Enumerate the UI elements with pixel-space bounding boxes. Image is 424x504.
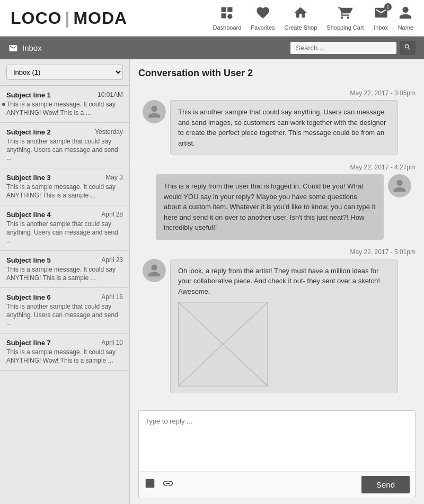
bubble-2: This is a reply from the user that is lo… bbox=[156, 174, 384, 240]
search-button[interactable] bbox=[400, 41, 416, 55]
avatar-2 bbox=[388, 174, 411, 197]
list-item[interactable]: Subject line 2 Yesterday This is another… bbox=[0, 123, 129, 168]
attached-image bbox=[178, 302, 268, 386]
conversation-panel: Conversation with User 2 May 22, 2017 - … bbox=[130, 59, 424, 504]
msg-preview: This is a sample message. It could say A… bbox=[6, 183, 123, 200]
list-item[interactable]: Subject line 1 10:01AM This is a sample … bbox=[0, 86, 129, 123]
top-header: LOCO|MODA Dashboard Favorites Create Sho… bbox=[0, 0, 424, 37]
timestamp-3: May 22, 2017 - 5:01pm bbox=[138, 248, 416, 256]
logo-part1: LOCO bbox=[11, 8, 61, 28]
msg-subject: Subject line 3 bbox=[6, 174, 51, 182]
search-input[interactable] bbox=[290, 42, 396, 54]
unread-dot bbox=[2, 103, 5, 106]
list-item[interactable]: Subject line 7 April 10 This is a sample… bbox=[0, 334, 129, 371]
search-icon bbox=[404, 43, 411, 51]
inbox-bar-label: Inbox bbox=[8, 43, 42, 53]
inbox-dropdown[interactable]: Inbox (1) Sent Archived bbox=[6, 65, 123, 80]
msg-time: April 16 bbox=[101, 293, 123, 301]
msg-preview: This is another sample that could say an… bbox=[6, 220, 123, 245]
reply-area: Send bbox=[138, 410, 416, 498]
bubble-row-3: Oh look, a reply from the artist! They m… bbox=[138, 259, 416, 394]
bubble-1: This is another sample that could say an… bbox=[170, 100, 398, 155]
msg-time: Yesterday bbox=[95, 128, 123, 136]
nav-shopping-cart[interactable]: Shopping Cart bbox=[326, 5, 364, 31]
nav-dashboard-label: Dashboard bbox=[213, 24, 241, 31]
nav-inbox[interactable]: 1 Inbox bbox=[374, 5, 388, 31]
bubble-3: Oh look, a reply from the artist! They m… bbox=[170, 259, 398, 394]
logo-part2: MODA bbox=[73, 8, 127, 28]
reply-icons bbox=[144, 478, 174, 492]
shopping-cart-icon bbox=[338, 5, 352, 23]
nav-dashboard[interactable]: Dashboard bbox=[213, 5, 241, 31]
sidebar: Inbox (1) Sent Archived Subject line 1 1… bbox=[0, 59, 130, 504]
sidebar-header: Inbox (1) Sent Archived bbox=[0, 59, 129, 86]
nav-create-shop[interactable]: Create Shop bbox=[285, 5, 317, 31]
bubble-row-1: This is another sample that could say an… bbox=[138, 100, 416, 155]
inbox-bar-icon bbox=[8, 43, 18, 53]
attach-image-icon[interactable] bbox=[144, 478, 156, 492]
inbox-badge: 1 bbox=[384, 3, 392, 11]
nav-name[interactable]: Name bbox=[398, 5, 413, 31]
logo-pipe: | bbox=[65, 8, 70, 28]
search-area bbox=[290, 41, 416, 55]
conversation-title: Conversation with User 2 bbox=[138, 68, 416, 83]
msg-preview: This is another sample that could say an… bbox=[6, 303, 123, 328]
inbox-title: Inbox bbox=[22, 43, 42, 52]
msg-subject: Subject line 4 bbox=[6, 211, 51, 219]
list-item[interactable]: Subject line 3 May 3 This is a sample me… bbox=[0, 168, 129, 205]
msg-subject: Subject line 2 bbox=[6, 128, 51, 136]
avatar-3 bbox=[143, 259, 166, 282]
msg-preview: This is another sample that could say an… bbox=[6, 138, 123, 163]
avatar-1 bbox=[143, 100, 166, 123]
msg-time: April 23 bbox=[101, 256, 123, 264]
msg-preview: This is a sample message. It could say A… bbox=[6, 101, 123, 117]
msg-preview: This is a sample message. It could say A… bbox=[6, 348, 123, 365]
reply-footer: Send bbox=[139, 471, 415, 498]
dashboard-icon bbox=[219, 5, 234, 23]
nav-inbox-label: Inbox bbox=[374, 24, 388, 31]
msg-time: May 3 bbox=[105, 174, 123, 182]
nav-name-label: Name bbox=[398, 24, 413, 31]
inbox-bar: Inbox bbox=[0, 37, 424, 59]
message-bubble-area: May 22, 2017 - 3:05pm This is another sa… bbox=[138, 89, 416, 402]
bubble-row-2: This is a reply from the user that is lo… bbox=[138, 174, 416, 240]
user-icon bbox=[398, 5, 413, 23]
msg-time: April 10 bbox=[101, 339, 123, 347]
logo: LOCO|MODA bbox=[11, 8, 213, 28]
create-shop-icon bbox=[293, 5, 308, 23]
message-list: Subject line 1 10:01AM This is a sample … bbox=[0, 86, 129, 371]
timestamp-1: May 22, 2017 - 3:05pm bbox=[138, 89, 416, 97]
attach-link-icon[interactable] bbox=[162, 478, 174, 492]
nav-icons: Dashboard Favorites Create Shop Shopping… bbox=[213, 5, 413, 31]
msg-time: 10:01AM bbox=[98, 91, 123, 99]
inbox-icon: 1 bbox=[374, 5, 388, 23]
send-button[interactable]: Send bbox=[361, 476, 410, 493]
nav-favorites-label: Favorites bbox=[251, 24, 275, 31]
nav-create-shop-label: Create Shop bbox=[285, 24, 317, 31]
msg-subject: Subject line 1 bbox=[6, 91, 51, 99]
reply-textarea[interactable] bbox=[139, 411, 415, 469]
list-item[interactable]: Subject line 5 April 23 This is a sample… bbox=[0, 251, 129, 288]
main-content: Inbox (1) Sent Archived Subject line 1 1… bbox=[0, 59, 424, 504]
msg-time: April 28 bbox=[101, 211, 123, 219]
msg-preview: This is a sample message. It could say A… bbox=[6, 266, 123, 282]
msg-subject: Subject line 5 bbox=[6, 256, 51, 264]
favorites-icon bbox=[255, 5, 270, 23]
nav-shopping-cart-label: Shopping Cart bbox=[326, 24, 364, 31]
timestamp-2: May 22, 2017 - 4:27pm bbox=[138, 164, 416, 171]
list-item[interactable]: Subject line 6 April 16 This is another … bbox=[0, 288, 129, 334]
msg-subject: Subject line 6 bbox=[6, 293, 51, 301]
list-item[interactable]: Subject line 4 April 28 This is another … bbox=[0, 205, 129, 251]
nav-favorites[interactable]: Favorites bbox=[251, 5, 275, 31]
msg-subject: Subject line 7 bbox=[6, 339, 51, 347]
